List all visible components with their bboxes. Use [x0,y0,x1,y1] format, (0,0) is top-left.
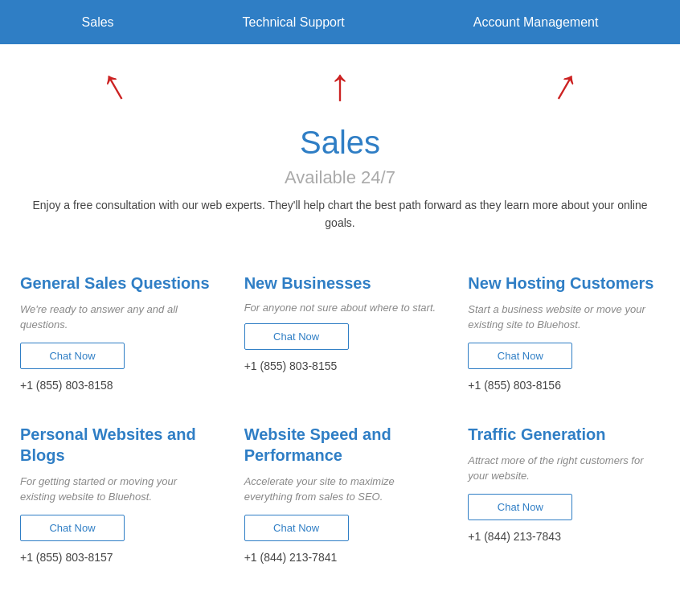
card-website-speed: Website Speed and Performance Accelerate… [232,416,449,572]
card-website-speed-desc: Accelerate your site to maximize everyth… [244,474,436,505]
card-traffic-generation-title: Traffic Generation [468,424,660,445]
card-traffic-generation: Traffic Generation Attract more of the r… [456,416,672,572]
arrow-right-wrap: ↑ [453,52,680,117]
chat-now-button-new-businesses[interactable]: Chat Now [244,323,349,350]
card-personal-websites: Personal Websites and Blogs For getting … [8,416,224,572]
card-new-businesses-subtitle: For anyone not sure about where to start… [244,302,436,314]
arrow-left-icon: ↑ [92,60,134,109]
card-personal-websites-title: Personal Websites and Blogs [20,424,212,466]
card-new-hosting: New Hosting Customers Start a business w… [456,265,672,400]
chat-now-button-website-speed[interactable]: Chat Now [244,515,349,541]
card-new-businesses-phone: +1 (855) 803-8155 [244,359,436,372]
card-new-businesses: New Businesses For anyone not sure about… [232,265,449,400]
top-nav: Sales Technical Support Account Manageme… [0,0,680,44]
card-general-sales: General Sales Questions We're ready to a… [8,265,224,400]
card-traffic-generation-phone: +1 (844) 213-7843 [468,530,660,543]
cards-grid: General Sales Questions We're ready to a… [0,248,680,588]
card-general-sales-phone: +1 (855) 803-8158 [20,379,212,392]
nav-sales[interactable]: Sales [18,0,178,44]
card-general-sales-title: General Sales Questions [20,273,212,294]
card-website-speed-phone: +1 (844) 213-7841 [244,551,436,564]
page-title: Sales [16,125,664,161]
arrow-right-icon: ↑ [546,60,588,109]
chat-now-button-new-hosting[interactable]: Chat Now [468,343,572,369]
card-personal-websites-desc: For getting started or moving your exist… [20,474,212,505]
nav-tech-support[interactable]: Technical Support [178,0,409,44]
card-new-businesses-title: New Businesses [244,273,436,294]
arrow-center-icon: ↑ [329,62,351,107]
arrow-center-wrap: ↑ [227,52,453,117]
card-personal-websites-phone: +1 (855) 803-8157 [20,551,212,564]
header-description: Enjoy a free consultation with our web e… [16,196,664,232]
card-new-hosting-phone: +1 (855) 803-8156 [468,379,660,392]
card-new-hosting-title: New Hosting Customers [468,273,660,294]
arrow-left-wrap: ↑ [0,52,227,117]
card-new-hosting-desc: Start a business website or move your ex… [468,302,660,333]
nav-account-mgmt[interactable]: Account Management [409,0,663,44]
availability-label: Available 24/7 [16,167,664,188]
chat-now-button-traffic-generation[interactable]: Chat Now [468,494,572,520]
sales-header: Sales Available 24/7 Enjoy a free consul… [0,117,680,248]
arrows-section: ↑ ↑ ↑ [0,44,680,117]
chat-now-button-general-sales[interactable]: Chat Now [20,343,125,369]
card-traffic-generation-desc: Attract more of the right customers for … [468,453,660,484]
card-website-speed-title: Website Speed and Performance [244,424,436,466]
chat-now-button-personal-websites[interactable]: Chat Now [20,515,125,541]
card-general-sales-desc: We're ready to answer any and all questi… [20,302,212,333]
